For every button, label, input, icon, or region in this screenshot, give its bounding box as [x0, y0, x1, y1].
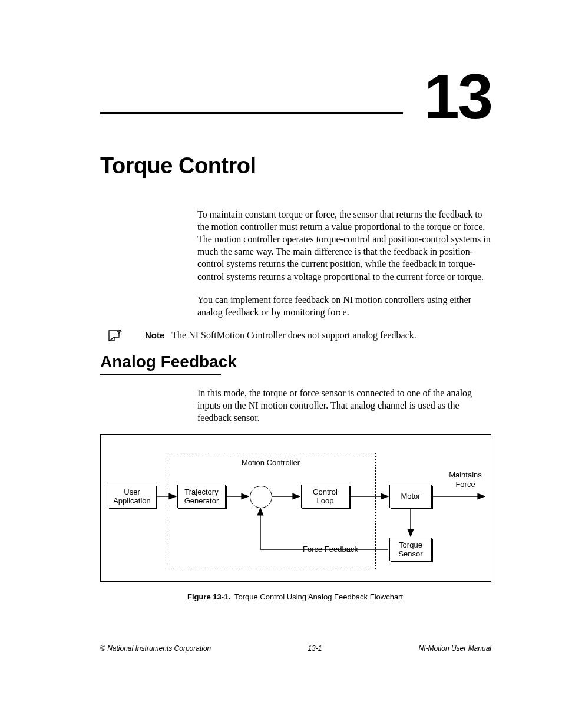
- chapter-title: Torque Control: [100, 153, 491, 179]
- note-label: Note: [145, 330, 164, 340]
- motor-box: Motor: [389, 485, 432, 508]
- section-rule: [100, 374, 221, 375]
- figure-label: Figure 13-1.: [187, 592, 230, 601]
- torque-sensor-box: TorqueSensor: [389, 538, 432, 561]
- note-row: NoteThe NI SoftMotion Controller does no…: [100, 329, 491, 342]
- chapter-header: 13: [100, 77, 491, 130]
- figure-caption-text: Torque Control Using Analog Feedback Flo…: [234, 592, 403, 601]
- diagram-frame: Motion Controller UserApplication Trajec…: [100, 434, 491, 582]
- maintains-force-label: MaintainsForce: [445, 470, 486, 489]
- chapter-number: 13: [424, 65, 491, 129]
- page-footer: © National Instruments Corporation 13-1 …: [100, 644, 491, 653]
- footer-left: © National Instruments Corporation: [100, 644, 211, 653]
- section-paragraph-1: In this mode, the torque or force sensor…: [197, 387, 491, 424]
- trajectory-generator-box: TrajectoryGenerator: [177, 485, 226, 508]
- section-title: Analog Feedback: [100, 353, 491, 371]
- footer-right: NI-Motion User Manual: [419, 644, 491, 653]
- note-text: The NI SoftMotion Controller does not su…: [171, 330, 416, 340]
- summing-junction-icon: [250, 486, 272, 508]
- section-body: In this mode, the torque or force sensor…: [197, 387, 491, 424]
- note-text-wrap: NoteThe NI SoftMotion Controller does no…: [145, 329, 416, 341]
- user-application-box: UserApplication: [108, 485, 156, 508]
- footer-center: 13-1: [308, 644, 322, 653]
- force-feedback-label: Force Feedback: [303, 545, 373, 554]
- intro-paragraph-2: You can implement force feedback on NI m…: [197, 294, 491, 318]
- motion-controller-label: Motion Controller: [166, 458, 375, 467]
- chapter-rule: [100, 112, 403, 114]
- intro-paragraph-1: To maintain constant torque or force, th…: [197, 208, 491, 283]
- note-icon: [107, 329, 123, 342]
- control-loop-box: ControlLoop: [301, 485, 349, 508]
- figure-caption: Figure 13-1. Torque Control Using Analog…: [100, 592, 490, 601]
- page: 13 Torque Control To maintain constant t…: [0, 0, 562, 728]
- intro-block: To maintain constant torque or force, th…: [197, 208, 491, 318]
